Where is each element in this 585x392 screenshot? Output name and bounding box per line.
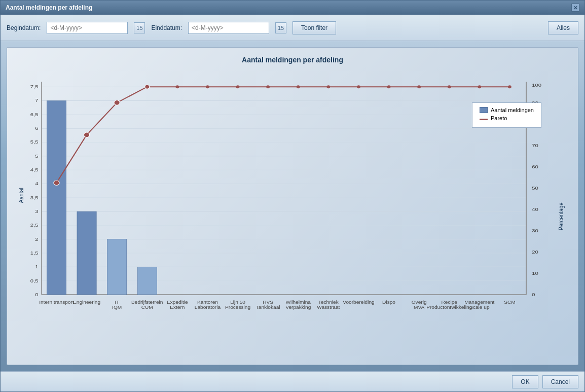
svg-text:Dispo: Dispo xyxy=(382,299,395,304)
svg-text:1,5: 1,5 xyxy=(30,250,39,256)
svg-text:Lijn 50: Lijn 50 xyxy=(230,299,245,304)
einddatum-label: Einddatum: xyxy=(151,24,182,31)
svg-text:Percentage: Percentage xyxy=(558,202,564,230)
svg-text:SCM: SCM xyxy=(504,299,516,304)
pareto-dot-13 xyxy=(448,85,451,88)
begindatum-label: Begindatum: xyxy=(7,24,41,31)
svg-text:Extern: Extern xyxy=(170,305,185,310)
bar-it-iqm xyxy=(107,239,127,295)
svg-text:Engineering: Engineering xyxy=(73,299,100,304)
svg-text:Productontwikkeling: Productontwikkeling xyxy=(426,305,472,310)
svg-text:Expeditie: Expeditie xyxy=(167,299,188,304)
svg-text:0,5: 0,5 xyxy=(30,277,39,283)
svg-text:100: 100 xyxy=(532,82,541,88)
svg-text:10: 10 xyxy=(532,270,538,276)
pareto-dot-0 xyxy=(54,181,59,186)
svg-text:Voorbereiding: Voorbereiding xyxy=(343,299,374,304)
chart-legend: Aantal meldingen Pareto xyxy=(472,102,541,128)
svg-text:30: 30 xyxy=(532,228,538,233)
pareto-dot-11 xyxy=(387,85,391,88)
main-content: Aantal meldingen per afdeling Aantal Per… xyxy=(1,41,584,371)
svg-text:3: 3 xyxy=(35,208,38,214)
svg-text:Wilhelmina: Wilhelmina xyxy=(286,299,311,304)
svg-text:2: 2 xyxy=(35,236,38,241)
svg-text:3,5: 3,5 xyxy=(30,194,39,200)
svg-text:MVA: MVA xyxy=(414,305,425,310)
chart-area: Aantal Percentage 0 0,5 1 1,5 2 xyxy=(13,72,572,334)
legend-color-aantal xyxy=(480,107,488,113)
bar-engineering xyxy=(77,211,96,295)
pareto-dot-15 xyxy=(508,85,511,88)
svg-text:Laboratoria: Laboratoria xyxy=(195,305,221,310)
svg-text:Techniek: Techniek xyxy=(318,299,339,304)
svg-text:7,5: 7,5 xyxy=(30,84,39,89)
svg-text:1: 1 xyxy=(35,264,38,269)
svg-text:4,5: 4,5 xyxy=(30,167,39,172)
begindatum-calendar-button[interactable]: 15 xyxy=(134,22,145,33)
svg-text:Kantoren: Kantoren xyxy=(197,299,218,304)
pareto-dot-3 xyxy=(145,85,150,89)
svg-text:2,5: 2,5 xyxy=(30,222,39,228)
ok-button[interactable]: OK xyxy=(512,375,538,388)
chart-container: Aantal meldingen per afdeling Aantal Per… xyxy=(7,47,578,365)
svg-text:70: 70 xyxy=(532,142,538,148)
svg-text:20: 20 xyxy=(532,249,538,255)
svg-text:RVS: RVS xyxy=(263,299,273,304)
pareto-dot-6 xyxy=(236,85,240,88)
legend-item-pareto: Pareto xyxy=(480,115,534,121)
legend-label-pareto: Pareto xyxy=(491,115,507,121)
svg-text:0: 0 xyxy=(35,292,38,297)
title-bar: Aantal meldingen per afdeling ✕ xyxy=(1,1,584,15)
pareto-dot-10 xyxy=(357,85,360,88)
svg-text:Overig: Overig xyxy=(412,299,427,304)
svg-text:5: 5 xyxy=(35,153,38,158)
svg-text:Scale up: Scale up xyxy=(469,305,489,310)
pareto-dot-8 xyxy=(297,85,300,88)
svg-text:IQM: IQM xyxy=(112,305,122,310)
window-title: Aantal meldingen per afdeling xyxy=(6,4,92,11)
pareto-dot-9 xyxy=(326,85,330,88)
svg-text:IT: IT xyxy=(115,299,119,304)
close-button[interactable]: ✕ xyxy=(571,4,579,12)
svg-text:Processing: Processing xyxy=(225,305,250,310)
einddatum-input[interactable] xyxy=(188,22,269,34)
pareto-dot-12 xyxy=(417,85,421,88)
svg-text:50: 50 xyxy=(532,185,538,191)
svg-text:40: 40 xyxy=(532,206,538,212)
svg-text:Aantal: Aantal xyxy=(18,188,25,203)
toolbar: Begindatum: 15 Einddatum: 15 Toon filter… xyxy=(1,15,584,41)
pareto-dot-7 xyxy=(266,85,270,88)
main-window: Aantal meldingen per afdeling ✕ Begindat… xyxy=(0,0,585,392)
pareto-dot-1 xyxy=(84,132,89,137)
svg-text:6: 6 xyxy=(35,125,38,131)
pareto-dot-2 xyxy=(114,100,120,105)
alles-button[interactable]: Alles xyxy=(548,21,578,34)
pareto-dot-4 xyxy=(175,85,179,88)
svg-text:0: 0 xyxy=(532,292,535,297)
svg-text:6,5: 6,5 xyxy=(30,112,39,117)
einddatum-calendar-button[interactable]: 15 xyxy=(275,22,286,33)
pareto-dot-5 xyxy=(206,85,209,88)
svg-text:Verpakking: Verpakking xyxy=(285,305,311,310)
legend-item-aantal: Aantal meldingen xyxy=(480,107,534,113)
footer: OK Cancel xyxy=(1,371,584,391)
svg-text:Tanklokaal: Tanklokaal xyxy=(256,305,280,310)
legend-label-aantal: Aantal meldingen xyxy=(491,107,534,113)
toon-filter-button[interactable]: Toon filter xyxy=(293,21,336,34)
svg-text:5,5: 5,5 xyxy=(30,139,39,145)
svg-text:Recipe: Recipe xyxy=(441,299,457,304)
cancel-button[interactable]: Cancel xyxy=(542,375,578,388)
svg-text:CUM: CUM xyxy=(141,305,153,310)
svg-text:Wasstraat: Wasstraat xyxy=(317,305,340,310)
bar-bedrijfsterrein xyxy=(137,267,157,295)
svg-text:7: 7 xyxy=(35,97,38,103)
svg-text:Management: Management xyxy=(464,299,494,304)
bar-intern-transport xyxy=(47,101,66,295)
begindatum-input[interactable] xyxy=(47,22,128,34)
pareto-line xyxy=(56,87,509,183)
legend-color-pareto xyxy=(480,119,488,120)
chart-title: Aantal meldingen per afdeling xyxy=(13,56,572,64)
pareto-dot-14 xyxy=(478,85,481,88)
svg-text:4: 4 xyxy=(35,181,38,186)
svg-text:60: 60 xyxy=(532,164,538,169)
